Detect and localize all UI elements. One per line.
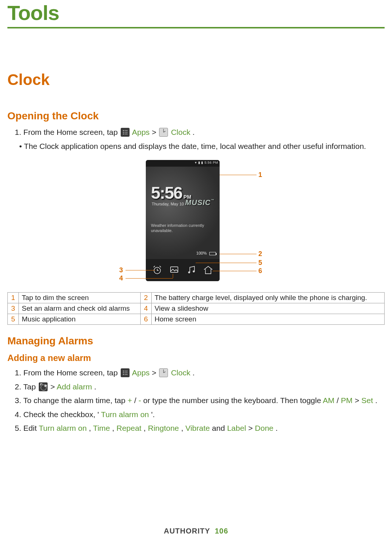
svg-point-2 bbox=[188, 272, 190, 274]
step-add-5-text-a: 5. Edit bbox=[15, 424, 39, 432]
ringtone-link: Ringtone bbox=[148, 424, 179, 432]
and-text: and bbox=[212, 424, 227, 432]
table-desc-1: Tap to dim the screen bbox=[19, 293, 141, 303]
comma-2: , bbox=[112, 424, 117, 432]
status-batt-icon: ▮ bbox=[201, 161, 203, 164]
clock-time-value: 5:56 bbox=[151, 183, 182, 202]
phone-toolbar bbox=[146, 259, 220, 281]
turn-alarm-on-link-1: Turn alarm on bbox=[101, 410, 149, 419]
footer: AUTHORITY 106 bbox=[0, 527, 392, 535]
step-add-4-text-b: '. bbox=[151, 410, 155, 419]
clock-link-2: Clock bbox=[171, 368, 190, 377]
label-link: Label bbox=[227, 424, 246, 432]
callout-line-5 bbox=[196, 263, 257, 263]
time-link: Time bbox=[93, 424, 110, 432]
callout-3: 3 bbox=[119, 266, 123, 274]
table-desc-4: View a slideshow bbox=[151, 303, 384, 314]
managing-alarms-heading: Managing Alarms bbox=[7, 335, 385, 347]
sep-gt-3: > bbox=[51, 382, 57, 391]
home-icon bbox=[203, 265, 214, 276]
clock-date: Thursday, May 10 bbox=[152, 202, 184, 206]
callout-line-4 bbox=[125, 278, 173, 279]
table-num-5: 5 bbox=[8, 314, 19, 325]
done-link: Done bbox=[255, 424, 274, 432]
table-num-2: 2 bbox=[140, 293, 151, 303]
callout-table: 1 Tap to dim the screen 2 The battery ch… bbox=[7, 292, 385, 325]
table-row: 5 Music application 6 Home screen bbox=[8, 314, 385, 325]
add-alarm-link: Add alarm bbox=[56, 382, 92, 391]
sep-gt-5: > bbox=[248, 424, 255, 432]
step-open-1: 1. From the Home screen, tap Apps > Cloc… bbox=[15, 126, 385, 138]
period-5: . bbox=[276, 424, 278, 432]
period-3: . bbox=[94, 382, 96, 391]
table-desc-6: Home screen bbox=[151, 314, 384, 325]
phone-statusbar: ▾ ▮ ▮ 5:56 PM bbox=[146, 160, 220, 167]
step-open-1-text-a: 1. From the Home screen, tap bbox=[15, 128, 120, 136]
minus-link: - bbox=[138, 396, 141, 405]
bullet-open: • The Clock application opens and displa… bbox=[19, 140, 385, 152]
comma-4: , bbox=[181, 424, 186, 432]
clock-link: Clock bbox=[171, 128, 190, 136]
music-icon bbox=[186, 265, 197, 276]
apps-icon bbox=[121, 128, 130, 137]
set-link: Set bbox=[361, 396, 373, 405]
battery-line: 100% bbox=[146, 249, 220, 259]
slash-2: / bbox=[337, 396, 339, 405]
apps-link-2: Apps bbox=[132, 368, 149, 377]
sep-gt-4: > bbox=[355, 396, 361, 405]
comma-1: , bbox=[89, 424, 93, 432]
footer-brand: AUTHORITY bbox=[164, 527, 210, 535]
step-add-1: 1. From the Home screen, tap Apps > Cloc… bbox=[15, 367, 385, 379]
callout-line-4v bbox=[173, 274, 173, 278]
callout-6: 6 bbox=[258, 267, 262, 275]
music-tm: ™ bbox=[211, 198, 214, 202]
music-text: MUSIC bbox=[185, 198, 211, 207]
section-clock-heading: Clock bbox=[7, 71, 385, 89]
am-link: AM bbox=[323, 396, 335, 405]
vibrate-link: Vibrate bbox=[185, 424, 210, 432]
step-add-5: 5. Edit Turn alarm on , Time , Repeat , … bbox=[15, 422, 385, 434]
slash-1: / bbox=[134, 396, 137, 405]
table-desc-5: Music application bbox=[19, 314, 141, 325]
clock-diagram: ▾ ▮ ▮ 5:56 PM 5:56PM Thursday, May 10 MU… bbox=[7, 160, 385, 289]
comma-3: , bbox=[144, 424, 148, 432]
table-num-4: 4 bbox=[140, 303, 151, 314]
clock-icon bbox=[159, 128, 168, 137]
slideshow-icon bbox=[169, 265, 180, 276]
step-add-3-text-b: or type the number using the keyboard. T… bbox=[143, 396, 323, 405]
callout-line-2 bbox=[220, 254, 257, 254]
title-rule bbox=[7, 27, 385, 28]
apps-icon bbox=[121, 368, 130, 377]
step-add-3-text-a: 3. To change the alarm time, tap bbox=[15, 396, 127, 405]
phone-body: 5:56PM Thursday, May 10 MUSIC™ Weather i… bbox=[146, 167, 220, 259]
callout-line-1 bbox=[220, 175, 257, 175]
callout-line-6 bbox=[213, 271, 257, 271]
step-add-2: 2. Tap > Add alarm . bbox=[15, 381, 385, 393]
callout-line-3 bbox=[125, 270, 155, 270]
period-1: . bbox=[193, 128, 195, 136]
step-add-1-text-a: 1. From the Home screen, tap bbox=[15, 368, 120, 377]
weather-text: Weather information currently unavailabl… bbox=[151, 223, 214, 233]
svg-rect-1 bbox=[171, 267, 178, 272]
table-num-1: 1 bbox=[8, 293, 19, 303]
svg-point-3 bbox=[193, 270, 195, 273]
period-4: . bbox=[375, 396, 377, 405]
sep-gt-1: > bbox=[152, 128, 158, 136]
table-row: 1 Tap to dim the screen 2 The battery ch… bbox=[8, 293, 385, 303]
table-num-6: 6 bbox=[140, 314, 151, 325]
footer-page-number: 106 bbox=[215, 527, 228, 535]
step-add-4-text-a: 4. Check the checkbox, ' bbox=[15, 410, 99, 419]
step-add-2-text-a: 2. Tap bbox=[15, 382, 38, 391]
battery-icon bbox=[209, 252, 216, 255]
table-num-3: 3 bbox=[8, 303, 19, 314]
table-desc-2: The battery charge level, displayed only… bbox=[151, 293, 384, 303]
sep-gt-2: > bbox=[152, 368, 158, 377]
repeat-link: Repeat bbox=[116, 424, 141, 432]
callout-5: 5 bbox=[258, 259, 262, 267]
adding-new-alarm-heading: Adding a new alarm bbox=[7, 353, 385, 363]
status-time: 5:56 PM bbox=[204, 161, 218, 164]
alarm-icon-inline bbox=[39, 382, 48, 391]
status-signal-icon: ▮ bbox=[198, 161, 200, 164]
step-add-3: 3. To change the alarm time, tap + / - o… bbox=[15, 395, 385, 406]
page-title: Tools bbox=[7, 0, 385, 25]
